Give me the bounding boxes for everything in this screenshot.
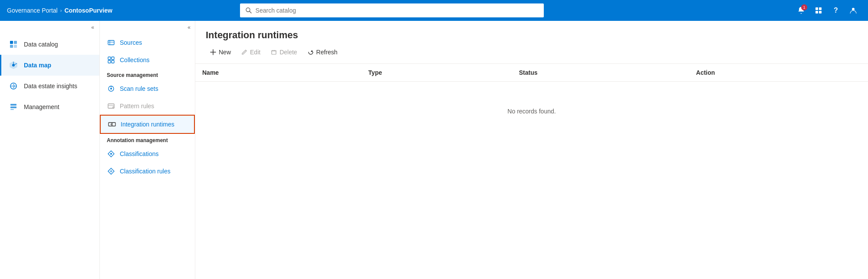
sidebar-item-management[interactable]: Management [0, 96, 99, 117]
scan-rule-sets-icon [107, 84, 115, 93]
svg-point-28 [110, 88, 112, 90]
sidebar-label-data-estate: Data estate insights [24, 83, 77, 90]
new-button[interactable]: New [206, 46, 235, 58]
help-icon: ? [834, 7, 838, 14]
svg-rect-5 [819, 11, 822, 13]
sources-icon [107, 38, 115, 47]
svg-rect-25 [108, 60, 111, 63]
collapse-icon: « [91, 24, 94, 30]
edit-label: Edit [250, 49, 260, 56]
sources-label: Sources [120, 39, 142, 46]
annotation-management-label: Annotation management [100, 134, 195, 145]
classifications-icon [107, 149, 115, 158]
user-button[interactable] [845, 3, 861, 18]
user-icon [849, 7, 857, 14]
refresh-label: Refresh [316, 49, 338, 56]
secondary-collapse-icon: « [187, 24, 191, 30]
svg-rect-4 [815, 11, 818, 13]
delete-label: Delete [279, 49, 297, 56]
pattern-rules-icon [107, 102, 115, 110]
instance-name: ContosoPurview [64, 7, 112, 14]
sidebar-item-pattern-rules: Pattern rules [100, 97, 195, 115]
topbar: Governance Portal › ContosoPurview 1 [0, 0, 868, 21]
svg-rect-24 [112, 57, 114, 60]
source-management-label: Source management [100, 69, 195, 80]
pattern-rules-label: Pattern rules [120, 103, 154, 110]
svg-rect-3 [819, 7, 822, 10]
sidebar-item-classifications[interactable]: Classifications [100, 145, 195, 163]
svg-rect-18 [10, 106, 16, 108]
svg-rect-8 [14, 41, 17, 44]
sidebar-primary: « Data catalog [0, 21, 100, 279]
sidebar-collapse[interactable]: « [0, 21, 99, 34]
sidebar-item-data-map[interactable]: Data map [0, 55, 99, 76]
data-estate-icon [8, 81, 19, 91]
notifications-button[interactable]: 1 [793, 3, 809, 18]
sidebar-secondary: « Sources Colle [100, 21, 195, 279]
toolbar: New Edit Delete [206, 46, 858, 58]
refresh-button[interactable]: Refresh [303, 46, 342, 58]
svg-rect-26 [112, 60, 114, 63]
col-header-action: Action [689, 64, 868, 82]
refresh-icon [308, 49, 314, 55]
management-icon [8, 102, 19, 112]
data-map-icon [8, 60, 19, 70]
content-header: Integration runtimes New Edit [195, 21, 868, 64]
main-content: Integration runtimes New Edit [195, 21, 868, 279]
svg-rect-7 [10, 41, 13, 44]
breadcrumb-chevron: › [60, 8, 62, 13]
svg-rect-41 [272, 51, 276, 54]
edit-button[interactable]: Edit [237, 46, 265, 58]
sidebar-item-data-catalog[interactable]: Data catalog [0, 34, 99, 55]
search-bar[interactable] [240, 3, 544, 17]
col-header-name: Name [195, 64, 362, 82]
help-button[interactable]: ? [828, 3, 844, 18]
svg-rect-19 [10, 109, 14, 110]
delete-icon [271, 49, 277, 55]
sidebar-label-data-map: Data map [24, 62, 51, 69]
collections-icon [107, 56, 115, 64]
brand: Governance Portal › ContosoPurview [7, 7, 112, 14]
sidebar-item-integration-runtimes[interactable]: Integration runtimes [100, 115, 195, 134]
svg-rect-2 [815, 7, 818, 10]
classification-rules-label: Classification rules [120, 168, 171, 175]
delete-button[interactable]: Delete [266, 46, 301, 58]
search-input[interactable] [256, 7, 539, 14]
sidebar-item-scan-rule-sets[interactable]: Scan rule sets [100, 80, 195, 97]
svg-rect-30 [108, 104, 114, 108]
classification-rules-icon [107, 167, 115, 176]
svg-rect-23 [108, 57, 111, 60]
sidebar-label-data-catalog: Data catalog [24, 41, 58, 48]
search-icon [245, 7, 252, 14]
sidebar-item-data-estate[interactable]: Data estate insights [0, 76, 99, 96]
svg-line-1 [250, 11, 251, 13]
edit-icon [241, 49, 247, 55]
notification-badge: 1 [801, 4, 807, 10]
svg-rect-34 [112, 123, 115, 126]
portal-grid-icon [815, 7, 822, 14]
collections-label: Collections [120, 56, 149, 63]
empty-message: No records found. [195, 82, 868, 141]
svg-rect-10 [14, 45, 17, 48]
col-header-type: Type [362, 64, 512, 82]
sidebar-item-classification-rules[interactable]: Classification rules [100, 163, 195, 180]
sidebar-secondary-collapse[interactable]: « [100, 21, 195, 34]
topbar-actions: 1 ? [793, 3, 861, 18]
scan-rule-sets-label: Scan rule sets [120, 85, 158, 92]
sidebar-item-sources[interactable]: Sources [100, 34, 195, 51]
sidebar-label-management: Management [24, 103, 59, 110]
main-layout: « Data catalog [0, 21, 868, 279]
new-label: New [219, 49, 231, 56]
svg-point-32 [113, 107, 114, 108]
data-table: Name Type Status Action No records found… [195, 64, 868, 141]
portal-icon-button[interactable] [811, 3, 826, 18]
sidebar-item-collections[interactable]: Collections [100, 51, 195, 69]
svg-rect-17 [10, 104, 16, 106]
svg-point-12 [12, 64, 15, 66]
col-header-status: Status [512, 64, 689, 82]
classifications-label: Classifications [120, 150, 158, 157]
svg-rect-9 [10, 45, 13, 48]
svg-point-6 [852, 8, 855, 10]
svg-rect-20 [108, 40, 114, 45]
svg-point-36 [110, 153, 112, 155]
